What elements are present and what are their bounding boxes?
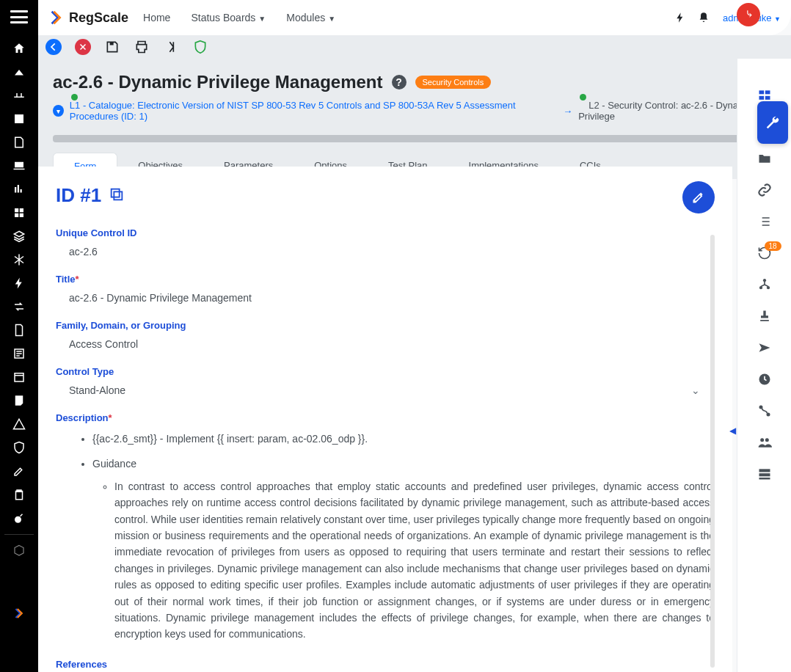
breadcrumb: ▾ L1 - Catalogue: Electronic Version of … bbox=[53, 100, 776, 131]
chevron-down-icon: ▼ bbox=[328, 15, 335, 23]
action-toolbar bbox=[38, 35, 791, 59]
copy-icon[interactable] bbox=[109, 186, 125, 205]
label-family: Family, Domain, or Grouping bbox=[56, 320, 715, 331]
svg-rect-8 bbox=[759, 90, 764, 94]
svg-point-0 bbox=[15, 516, 21, 523]
rail-folder-icon[interactable] bbox=[757, 151, 772, 168]
scrollbar[interactable] bbox=[710, 235, 715, 668]
nav-calendar-icon[interactable] bbox=[0, 365, 38, 389]
history-badge: 18 bbox=[765, 241, 781, 251]
progress-bar bbox=[53, 135, 776, 142]
nav-file-icon[interactable] bbox=[0, 318, 38, 342]
top-bar: RegScale Home Status Boards▼ Modules▼ ad… bbox=[38, 0, 791, 35]
nav-logo-icon[interactable] bbox=[0, 613, 38, 672]
print-button[interactable] bbox=[134, 39, 150, 55]
page-title: ac-2.6 - Dynamic Privilege Management bbox=[53, 72, 383, 92]
export-button[interactable] bbox=[163, 39, 179, 55]
nav-asterisk-icon[interactable] bbox=[0, 248, 38, 271]
svg-rect-7 bbox=[693, 200, 696, 202]
status-dot-icon bbox=[580, 94, 586, 101]
record-id: ID #1 bbox=[56, 184, 101, 207]
edit-button[interactable] bbox=[682, 181, 715, 213]
sidebar-divider bbox=[4, 534, 34, 535]
rail-users-icon[interactable] bbox=[757, 435, 772, 452]
cancel-button[interactable] bbox=[75, 39, 91, 55]
back-button[interactable] bbox=[45, 39, 62, 55]
chevron-down-icon: ▼ bbox=[774, 15, 781, 23]
svg-rect-6 bbox=[112, 189, 120, 197]
svg-rect-5 bbox=[114, 191, 122, 200]
nav-modules[interactable]: Modules▼ bbox=[286, 12, 335, 23]
rail-history-icon[interactable]: 18 bbox=[757, 246, 772, 263]
breadcrumb-toggle[interactable]: ▾ bbox=[53, 105, 64, 117]
nav-transfer-icon[interactable] bbox=[0, 295, 38, 318]
nav-bars-icon[interactable] bbox=[0, 178, 38, 201]
nav-clipboard-icon[interactable] bbox=[0, 483, 38, 506]
nav-bridge-icon[interactable] bbox=[0, 84, 38, 107]
nav-note-icon[interactable] bbox=[0, 389, 38, 412]
nav-edit-icon[interactable] bbox=[0, 459, 38, 483]
menu-toggle[interactable] bbox=[10, 10, 28, 23]
tools-button[interactable] bbox=[757, 101, 788, 144]
brand-text: RegScale bbox=[69, 10, 128, 26]
left-sidebar bbox=[0, 0, 38, 672]
save-button[interactable] bbox=[104, 39, 120, 55]
nav-warning-icon[interactable] bbox=[0, 412, 38, 436]
svg-rect-20 bbox=[759, 469, 770, 472]
bolt-icon[interactable] bbox=[668, 12, 692, 23]
value-title: ac-2.6 - Dynamic Privilege Management bbox=[56, 292, 715, 304]
rail-clock-icon[interactable] bbox=[757, 372, 772, 389]
label-desc: Description* bbox=[56, 412, 715, 423]
label-ctype: Control Type bbox=[56, 366, 715, 377]
brand-logo[interactable]: RegScale bbox=[48, 10, 128, 26]
breadcrumb-l1[interactable]: L1 - Catalogue: Electronic Version of NI… bbox=[70, 100, 557, 122]
svg-rect-22 bbox=[759, 478, 770, 480]
label-refs: References bbox=[56, 659, 715, 670]
form-panel: ID #1 Unique Control ID ac-2.6 Title* ac… bbox=[38, 167, 732, 672]
nav-doc-icon[interactable] bbox=[0, 131, 38, 154]
desc-item: {{ac-2.6_smt}} - Implement {{ insert: pa… bbox=[92, 431, 715, 447]
chevron-down-icon: ⌄ bbox=[691, 384, 700, 396]
desc-subitem: In contrast to access control approaches… bbox=[114, 478, 715, 643]
svg-point-14 bbox=[766, 286, 769, 289]
rail-link-icon[interactable] bbox=[757, 183, 772, 200]
nav-dashboard-icon[interactable] bbox=[0, 60, 38, 84]
nav-home[interactable]: Home bbox=[143, 12, 170, 23]
desc-item: Guidance In contrast to access control a… bbox=[92, 456, 715, 642]
nav-bolt-icon[interactable] bbox=[0, 271, 38, 295]
nav-book-icon[interactable] bbox=[0, 107, 38, 131]
shield-button[interactable] bbox=[192, 39, 208, 55]
collapse-handle[interactable]: ◀ bbox=[729, 426, 737, 439]
value-uid: ac-2.6 bbox=[56, 246, 715, 258]
nav-news-icon[interactable] bbox=[0, 342, 38, 365]
svg-rect-9 bbox=[765, 90, 770, 94]
help-icon[interactable]: ? bbox=[392, 75, 407, 90]
svg-point-18 bbox=[760, 438, 764, 442]
control-type-select[interactable]: Stand-Alone ⌄ bbox=[56, 384, 715, 396]
svg-point-12 bbox=[762, 279, 765, 282]
arrow-right-icon: → bbox=[563, 106, 572, 117]
rail-flow-icon[interactable] bbox=[757, 403, 772, 420]
nav-cube-icon[interactable] bbox=[0, 539, 38, 563]
nav-layers-icon[interactable] bbox=[0, 224, 38, 248]
status-dot-icon bbox=[71, 94, 78, 101]
description-content: {{ac-2.6_smt}} - Implement {{ insert: pa… bbox=[56, 431, 715, 643]
cursor-indicator bbox=[737, 3, 760, 26]
nav-shield-icon[interactable] bbox=[0, 436, 38, 459]
bell-icon[interactable] bbox=[692, 12, 715, 23]
rail-server-icon[interactable] bbox=[757, 467, 772, 483]
nav-grid-icon[interactable] bbox=[0, 201, 38, 224]
svg-rect-10 bbox=[759, 96, 764, 100]
rail-stamp-icon[interactable] bbox=[757, 309, 772, 326]
nav-laptop-icon[interactable] bbox=[0, 154, 38, 178]
svg-point-13 bbox=[759, 286, 762, 289]
rail-list-icon[interactable] bbox=[757, 214, 772, 231]
label-title: Title* bbox=[56, 274, 715, 285]
nav-status-boards[interactable]: Status Boards▼ bbox=[191, 12, 266, 23]
rail-tree-icon[interactable] bbox=[757, 277, 772, 294]
rail-plane-icon[interactable] bbox=[757, 340, 772, 357]
nav-bomb-icon[interactable] bbox=[0, 506, 38, 530]
nav-home-icon[interactable] bbox=[0, 37, 38, 60]
chevron-down-icon: ▼ bbox=[258, 15, 266, 23]
svg-rect-11 bbox=[765, 96, 770, 100]
